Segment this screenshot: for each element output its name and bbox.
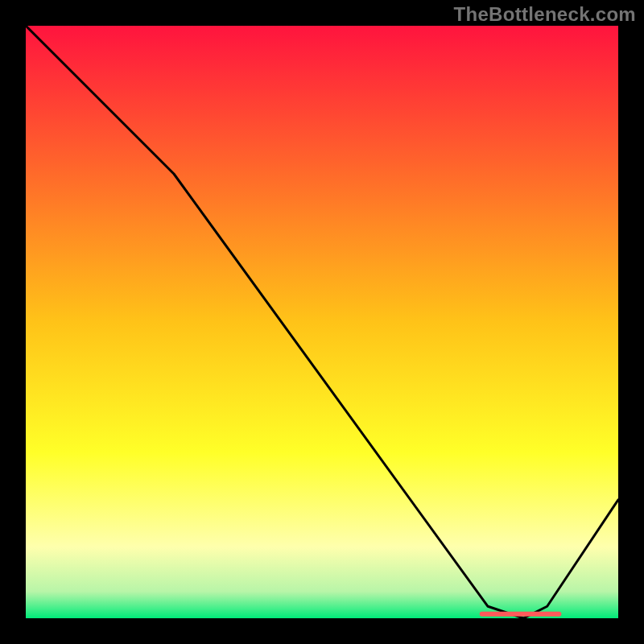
bottleneck-plot: [26, 26, 618, 618]
watermark-text: TheBottleneck.com: [454, 3, 636, 26]
chart-stage: TheBottleneck.com: [0, 0, 644, 644]
